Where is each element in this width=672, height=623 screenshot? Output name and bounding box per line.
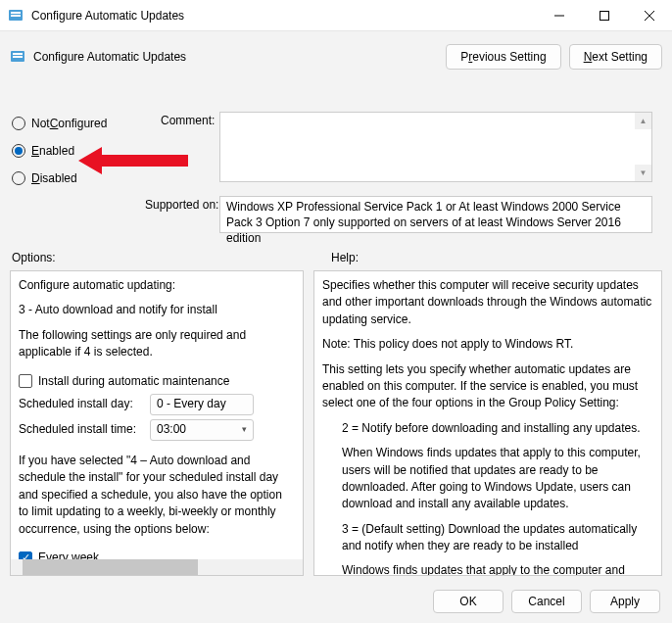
help-opt2-desc: When Windows finds updates that apply to… <box>322 445 653 513</box>
next-setting-button[interactable]: Next Setting <box>569 44 662 70</box>
help-p1: Specifies whether this computer will rec… <box>322 277 653 328</box>
supported-on-text: Windows XP Professional Service Pack 1 o… <box>219 196 652 233</box>
scroll-down-button[interactable]: ▼ <box>635 165 651 181</box>
apply-button[interactable]: Apply <box>590 590 660 613</box>
help-opt2: 2 = Notify before downloading and instal… <box>322 420 653 437</box>
chevron-down-icon: ▾ <box>242 423 247 436</box>
help-label: Help: <box>331 251 359 264</box>
svg-rect-4 <box>600 11 609 20</box>
supported-on-label: Supported on: <box>145 198 218 212</box>
comment-label: Comment: <box>161 114 215 127</box>
configure-updating-label: Configure automatic updating: <box>19 277 295 294</box>
schedule-paragraph: If you have selected "4 – Auto download … <box>19 453 295 538</box>
policy-title: Configure Automatic Updates <box>33 50 438 64</box>
previous-setting-button[interactable]: Previous Setting <box>446 44 560 70</box>
svg-rect-2 <box>11 15 21 17</box>
close-button[interactable] <box>627 0 672 31</box>
options-label: Options: <box>12 251 331 264</box>
policy-icon <box>10 49 25 65</box>
help-panel[interactable]: Specifies whether this computer will rec… <box>313 270 662 576</box>
svg-rect-8 <box>13 53 23 55</box>
install-during-maintenance-label: Install during automatic maintenance <box>38 373 229 390</box>
comment-textarea[interactable]: ▲ ▼ <box>219 112 652 182</box>
horizontal-scrollbar[interactable] <box>11 559 303 575</box>
radio-not-configured[interactable]: Not Configured <box>12 110 149 137</box>
help-opt3-desc: Windows finds updates that apply to the … <box>322 562 653 576</box>
help-opt3: 3 = (Default setting) Download the updat… <box>322 521 653 555</box>
maximize-button[interactable] <box>582 0 627 31</box>
help-p2: Note: This policy does not apply to Wind… <box>322 336 653 353</box>
scheduled-install-day-dropdown[interactable]: 0 - Every day <box>150 394 254 415</box>
options-note: The following settings are only required… <box>19 327 295 361</box>
svg-rect-1 <box>11 12 21 14</box>
radio-enabled[interactable]: Enabled <box>12 137 149 165</box>
scheduled-install-time-dropdown[interactable]: 03:00▾ <box>150 419 254 441</box>
svg-rect-9 <box>13 56 23 58</box>
ok-button[interactable]: OK <box>433 590 504 613</box>
help-p3: This setting lets you specify whether au… <box>322 361 653 412</box>
update-mode-dropdown[interactable]: 3 - Auto download and notify for install <box>19 302 295 318</box>
options-panel: Configure automatic updating: 3 - Auto d… <box>10 270 304 576</box>
scheduled-install-time-label: Scheduled install time: <box>19 421 146 438</box>
cancel-button[interactable]: Cancel <box>511 590 582 613</box>
radio-disabled[interactable]: Disabled <box>12 165 149 192</box>
scroll-up-button[interactable]: ▲ <box>635 113 651 129</box>
minimize-button[interactable] <box>537 0 582 31</box>
window-title: Configure Automatic Updates <box>31 9 537 23</box>
app-icon <box>8 8 24 24</box>
scheduled-install-day-label: Scheduled install day: <box>19 396 146 412</box>
install-during-maintenance-checkbox[interactable] <box>19 374 32 388</box>
